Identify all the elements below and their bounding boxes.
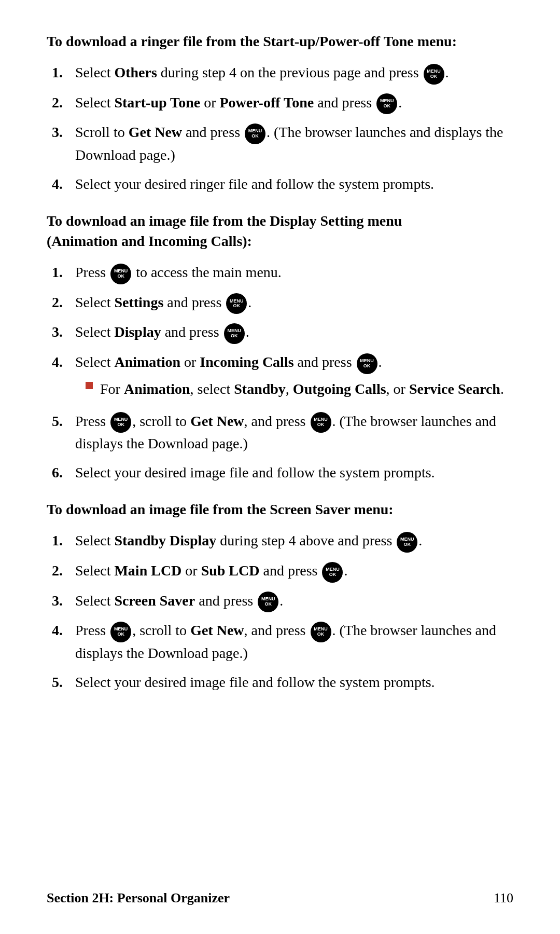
bold-text: Service Search xyxy=(409,381,500,397)
menu-button: MENUOK xyxy=(376,93,397,114)
menu-button: MENUOK xyxy=(245,123,265,144)
list-item: 1. Press MENUOK to access the main menu. xyxy=(47,262,513,284)
page-footer: Section 2H: Personal Organizer 110 xyxy=(47,888,513,908)
list-content: Press MENUOK to access the main menu. xyxy=(75,262,513,284)
bold-text: Get New xyxy=(190,622,244,638)
list-item: 6. Select your desired image file and fo… xyxy=(47,462,513,484)
footer-page-number: 110 xyxy=(494,888,513,908)
list-number: 4. xyxy=(52,173,75,195)
list-number: 3. xyxy=(52,590,75,612)
display-list: 1. Press MENUOK to access the main menu.… xyxy=(47,262,513,484)
list-content: Select Start-up Tone or Power-off Tone a… xyxy=(75,92,513,115)
list-number: 4. xyxy=(52,620,75,641)
list-number: 3. xyxy=(52,321,75,343)
list-item: 4. Select Animation or Incoming Calls an… xyxy=(47,351,513,403)
list-number: 1. xyxy=(52,530,75,552)
ringer-list: 1. Select Others during step 4 on the pr… xyxy=(47,62,513,195)
list-content: Select your desired ringer file and foll… xyxy=(75,173,513,195)
menu-button: MENUOK xyxy=(311,412,331,433)
bold-text: Standby xyxy=(234,381,286,397)
list-number: 4. xyxy=(52,351,75,373)
list-number: 5. xyxy=(52,671,75,693)
list-item: 1. Select Others during step 4 on the pr… xyxy=(47,62,513,85)
bold-text: Display xyxy=(114,324,161,340)
list-content: Scroll to Get New and press MENUOK. (The… xyxy=(75,121,513,166)
list-number: 1. xyxy=(52,262,75,283)
bullet-icon xyxy=(86,382,93,389)
section-heading-ringer: To download a ringer file from the Start… xyxy=(47,31,513,51)
bold-text: Standby Display xyxy=(114,532,216,548)
list-content: Select Screen Saver and press MENUOK. xyxy=(75,590,513,613)
list-item: 3. Scroll to Get New and press MENUOK. (… xyxy=(47,121,513,166)
list-item: 4. Select your desired ringer file and f… xyxy=(47,173,513,195)
list-item: 3. Select Display and press MENUOK. xyxy=(47,321,513,344)
bold-text: Animation xyxy=(114,354,180,370)
menu-button: MENUOK xyxy=(397,532,417,553)
bold-text: Get New xyxy=(129,124,182,140)
list-item: 2. Select Start-up Tone or Power-off Ton… xyxy=(47,92,513,115)
screensaver-list: 1. Select Standby Display during step 4 … xyxy=(47,530,513,693)
list-item: 5. Select your desired image file and fo… xyxy=(47,671,513,693)
list-item: 2. Select Main LCD or Sub LCD and press … xyxy=(47,560,513,583)
menu-button: MENUOK xyxy=(311,622,331,642)
list-content: Select your desired image file and follo… xyxy=(75,671,513,693)
list-content: Select Main LCD or Sub LCD and press MEN… xyxy=(75,560,513,583)
bold-text: Power-off Tone xyxy=(219,94,314,111)
bold-text: Settings xyxy=(114,294,163,310)
list-item: 2. Select Settings and press MENUOK. xyxy=(47,292,513,314)
sub-list: For Animation, select Standby, Outgoing … xyxy=(75,378,513,400)
menu-button: MENUOK xyxy=(110,622,131,642)
list-content: Press MENUOK, scroll to Get New, and pre… xyxy=(75,620,513,664)
list-item: 3. Select Screen Saver and press MENUOK. xyxy=(47,590,513,613)
bold-text: Start-up Tone xyxy=(114,94,200,111)
menu-button: MENUOK xyxy=(224,323,245,344)
list-item: 4. Press MENUOK, scroll to Get New, and … xyxy=(47,620,513,664)
bold-text: Outgoing Calls xyxy=(293,381,386,397)
sub-list-item: For Animation, select Standby, Outgoing … xyxy=(80,378,513,400)
menu-button: MENUOK xyxy=(322,562,343,583)
page-content: To download a ringer file from the Start… xyxy=(0,0,560,771)
section-heading-screensaver: To download an image file from the Scree… xyxy=(47,499,513,519)
list-number: 3. xyxy=(52,121,75,143)
list-content: Select Display and press MENUOK. xyxy=(75,321,513,344)
footer-section-label: Section 2H: Personal Organizer xyxy=(47,888,230,908)
list-content: Select Animation or Incoming Calls and p… xyxy=(75,351,513,403)
bold-text: Screen Saver xyxy=(114,593,195,609)
list-number: 2. xyxy=(52,292,75,313)
list-number: 2. xyxy=(52,92,75,114)
list-number: 2. xyxy=(52,560,75,582)
list-item: 5. Press MENUOK, scroll to Get New, and … xyxy=(47,410,513,455)
list-number: 1. xyxy=(52,62,75,84)
list-number: 6. xyxy=(52,462,75,484)
list-number: 5. xyxy=(52,410,75,432)
menu-button: MENUOK xyxy=(258,592,278,612)
menu-button: MENUOK xyxy=(424,64,444,85)
sub-list-content: For Animation, select Standby, Outgoing … xyxy=(100,378,504,400)
section-heading-display: To download an image file from the Displ… xyxy=(47,211,513,251)
list-content: Select Others during step 4 on the previ… xyxy=(75,62,513,85)
bold-text: Animation xyxy=(124,381,190,397)
menu-button: MENUOK xyxy=(357,353,377,374)
list-content: Select Standby Display during step 4 abo… xyxy=(75,530,513,553)
list-content: Select Settings and press MENUOK. xyxy=(75,292,513,314)
bold-text: Incoming Calls xyxy=(200,354,293,370)
bold-text: Main LCD xyxy=(114,562,181,579)
list-item: 1. Select Standby Display during step 4 … xyxy=(47,530,513,553)
menu-button: MENUOK xyxy=(226,293,247,314)
bold-text: Get New xyxy=(190,413,244,429)
menu-button: MENUOK xyxy=(110,412,131,433)
bold-text: Sub LCD xyxy=(201,562,260,579)
bold-text: Others xyxy=(114,64,157,80)
list-content: Press MENUOK, scroll to Get New, and pre… xyxy=(75,410,513,455)
list-content: Select your desired image file and follo… xyxy=(75,462,513,484)
menu-button: MENUOK xyxy=(110,264,131,284)
